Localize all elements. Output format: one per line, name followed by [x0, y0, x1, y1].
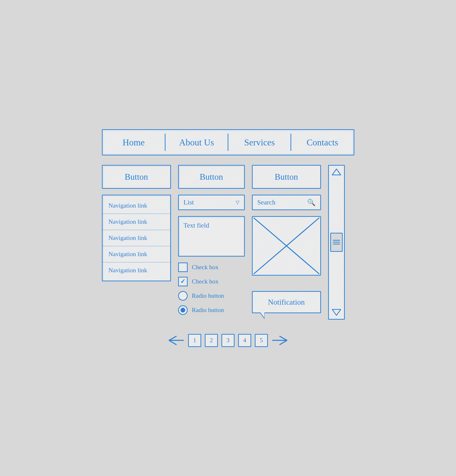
- scroll-track-inner: [329, 179, 344, 306]
- search-icon[interactable]: 🔍: [307, 198, 316, 206]
- nav-about-label: About Us: [179, 137, 214, 148]
- column-1: Button Navigation link Navigation link N…: [102, 165, 171, 281]
- radio-selected-row[interactable]: Radio button: [178, 305, 245, 315]
- page-1-label: 1: [193, 337, 196, 344]
- button-2[interactable]: Button: [178, 165, 245, 189]
- scroll-down-arrow[interactable]: [329, 306, 344, 319]
- search-box[interactable]: Search 🔍: [252, 195, 321, 210]
- nav-link-3[interactable]: Navigation link: [103, 230, 170, 246]
- column-4-scrollbar: [328, 165, 347, 320]
- nav-about[interactable]: About Us: [165, 130, 228, 155]
- checkbox-checked-row[interactable]: Check box: [178, 277, 245, 286]
- dropdown[interactable]: List ▽: [178, 195, 245, 210]
- main-grid: Button Navigation link Navigation link N…: [102, 165, 354, 320]
- notification-box: Notification: [252, 291, 321, 313]
- nav-link-5[interactable]: Navigation link: [103, 263, 170, 278]
- scrollbar-track: [328, 165, 345, 320]
- button-3[interactable]: Button: [252, 165, 321, 189]
- nav-contacts-label: Contacts: [306, 137, 338, 148]
- scroll-thumb[interactable]: [330, 233, 343, 252]
- column-3: Button Search 🔍 Notification: [252, 165, 321, 313]
- svg-marker-3: [332, 309, 341, 315]
- nav-link-1[interactable]: Navigation link: [103, 198, 170, 214]
- scroll-up-arrow[interactable]: [329, 166, 344, 179]
- dropdown-label: List: [184, 198, 194, 206]
- nav-services[interactable]: Services: [228, 130, 291, 155]
- checkbox-1-label: Check box: [192, 264, 219, 271]
- button-3-label: Button: [275, 172, 298, 182]
- page-1[interactable]: 1: [188, 334, 201, 347]
- pagination: 1 2 3 4 5: [102, 334, 354, 347]
- radio-unselected-row[interactable]: Radio button: [178, 291, 245, 301]
- page-5[interactable]: 5: [255, 334, 268, 347]
- nav-link-1-label: Navigation link: [109, 202, 147, 209]
- text-field-placeholder: Text field: [184, 221, 209, 229]
- search-placeholder: Search: [258, 198, 275, 206]
- image-placeholder: [252, 216, 321, 276]
- page-4[interactable]: 4: [238, 334, 251, 347]
- placeholder-x-svg: [253, 217, 320, 275]
- next-page-arrow[interactable]: [271, 335, 288, 346]
- prev-page-arrow[interactable]: [168, 335, 185, 346]
- scroll-line-1: [333, 240, 340, 241]
- button-1-label: Button: [125, 172, 148, 182]
- notification-label: Notification: [268, 298, 305, 306]
- nav-link-2-label: Navigation link: [109, 218, 147, 225]
- page-2-label: 2: [210, 337, 213, 344]
- nav-link-2[interactable]: Navigation link: [103, 214, 170, 230]
- nav-contacts[interactable]: Contacts: [291, 130, 353, 155]
- radio-2-label: Radio button: [192, 306, 224, 314]
- radio-unselected[interactable]: [178, 291, 188, 301]
- checkbox-checked[interactable]: [178, 277, 188, 286]
- nav-link-3-label: Navigation link: [109, 234, 147, 241]
- nav-services-label: Services: [244, 137, 275, 148]
- text-field[interactable]: Text field: [178, 216, 245, 256]
- page-4-label: 4: [243, 337, 246, 344]
- nav-link-5-label: Navigation link: [109, 267, 147, 274]
- page-2[interactable]: 2: [205, 334, 218, 347]
- form-items: Check box Check box Radio button: [178, 263, 245, 315]
- button-1[interactable]: Button: [102, 165, 171, 189]
- checkbox-unchecked[interactable]: [178, 263, 188, 272]
- radio-1-label: Radio button: [192, 292, 224, 299]
- checkbox-unchecked-row[interactable]: Check box: [178, 263, 245, 272]
- nav-link-list: Navigation link Navigation link Navigati…: [102, 195, 171, 281]
- nav-link-4[interactable]: Navigation link: [103, 246, 170, 263]
- checkbox-2-label: Check box: [192, 278, 219, 285]
- scroll-line-3: [333, 244, 340, 244]
- page-3[interactable]: 3: [222, 334, 234, 347]
- radio-selected[interactable]: [178, 305, 188, 315]
- scroll-thumb-lines: [333, 240, 340, 244]
- page-5-label: 5: [260, 337, 263, 344]
- nav-home[interactable]: Home: [103, 130, 165, 155]
- page-3-label: 3: [226, 337, 230, 344]
- scroll-line-2: [333, 242, 340, 243]
- svg-marker-2: [332, 169, 341, 175]
- main-container: Home About Us Services Contacts Button N…: [97, 120, 359, 357]
- nav-link-4-label: Navigation link: [109, 251, 147, 257]
- dropdown-arrow-icon: ▽: [236, 199, 239, 205]
- radio-inner-dot: [181, 308, 185, 313]
- nav-home-label: Home: [123, 137, 145, 148]
- navbar: Home About Us Services Contacts: [102, 129, 354, 155]
- column-2: Button List ▽ Text field Check box: [178, 165, 245, 315]
- button-2-label: Button: [199, 172, 223, 182]
